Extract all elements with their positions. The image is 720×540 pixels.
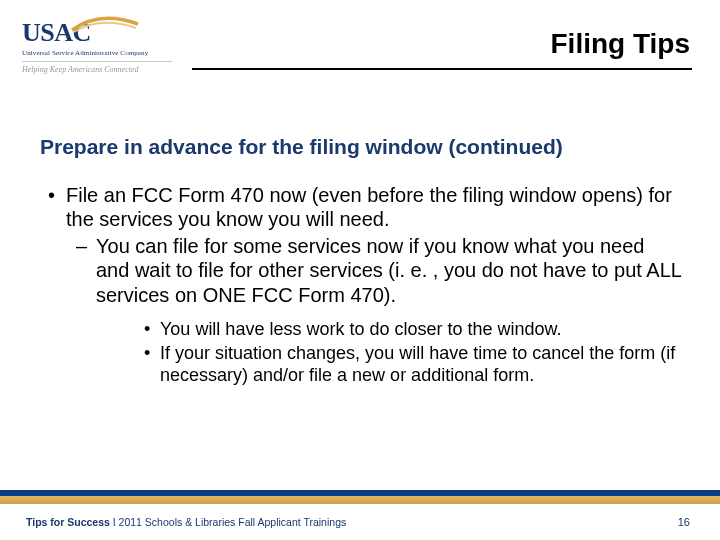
content-area: Prepare in advance for the filing window… bbox=[40, 135, 682, 387]
footer-rest: I 2011 Schools & Libraries Fall Applican… bbox=[110, 516, 346, 528]
footer-bold: Tips for Success bbox=[26, 516, 110, 528]
title-underline bbox=[192, 68, 692, 70]
footer-text: Tips for Success I 2011 Schools & Librar… bbox=[26, 516, 346, 528]
logo-subtitle: Universal Service Administrative Company bbox=[22, 49, 182, 57]
logo-block: USAC Universal Service Administrative Co… bbox=[22, 18, 182, 74]
section-heading: Prepare in advance for the filing window… bbox=[40, 135, 682, 159]
slide-title: Filing Tips bbox=[551, 28, 690, 60]
bullet-level2: You can file for some services now if yo… bbox=[40, 234, 682, 307]
page-number: 16 bbox=[678, 516, 690, 528]
logo-tagline: Helping Keep Americans Connected bbox=[22, 65, 182, 74]
logo-divider bbox=[22, 61, 172, 62]
footer-band bbox=[0, 490, 720, 504]
bullet-level3: You will have less work to do closer to … bbox=[40, 319, 682, 341]
bullet-level1: File an FCC Form 470 now (even before th… bbox=[40, 183, 682, 232]
bullet-level3: If your situation changes, you will have… bbox=[40, 343, 682, 387]
swoosh-icon bbox=[70, 14, 140, 34]
